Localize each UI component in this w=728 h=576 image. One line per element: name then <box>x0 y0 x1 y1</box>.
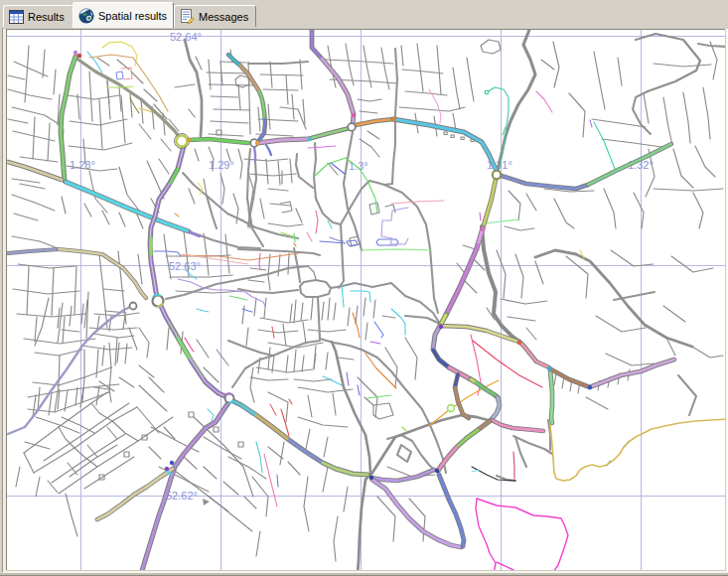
svg-text:52.63°: 52.63° <box>169 260 201 272</box>
svg-text:1.3°: 1.3° <box>349 160 368 172</box>
svg-text:52.62°: 52.62° <box>166 490 198 502</box>
